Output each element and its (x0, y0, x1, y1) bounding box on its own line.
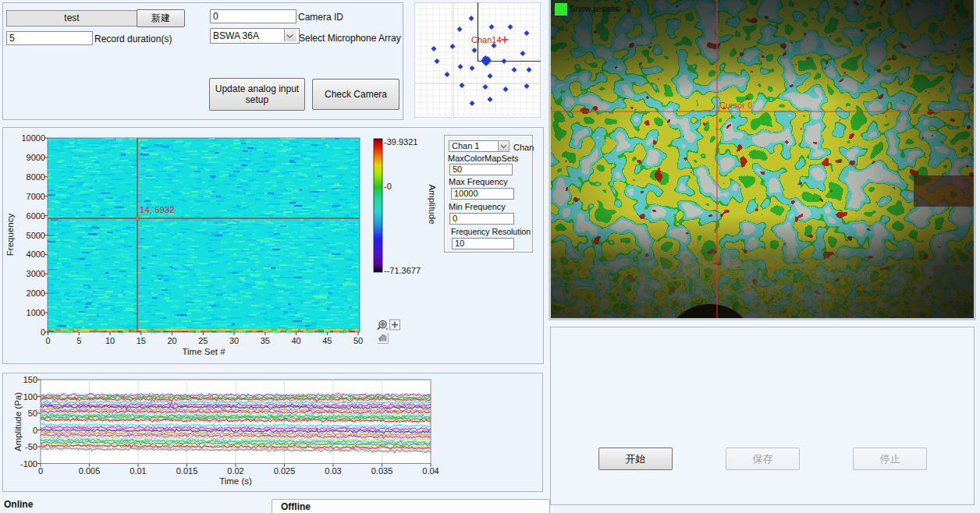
svg-text:Cursor 0: Cursor 0 (719, 101, 752, 110)
svg-text:10000: 10000 (21, 133, 45, 143)
svg-text:4000: 4000 (27, 249, 45, 259)
svg-text:20: 20 (167, 336, 176, 345)
svg-text:Time Set #: Time Set # (182, 347, 225, 356)
svg-text:0: 0 (33, 426, 37, 435)
svg-text:15: 15 (137, 336, 146, 345)
svg-text:14, 5932: 14, 5932 (140, 205, 175, 214)
svg-text:0: 0 (38, 466, 43, 476)
svg-text:-0: -0 (384, 182, 392, 191)
svg-text:3000: 3000 (27, 269, 45, 278)
svg-text:8000: 8000 (27, 172, 45, 182)
svg-text:100: 100 (23, 392, 37, 402)
svg-text:0.025: 0.025 (274, 466, 296, 476)
svg-text:0.04: 0.04 (422, 466, 439, 476)
svg-text:0.015: 0.015 (176, 466, 198, 476)
svg-text:1000: 1000 (27, 308, 45, 317)
svg-text:-39.9321: -39.9321 (384, 137, 417, 147)
svg-text:0.035: 0.035 (371, 466, 393, 476)
svg-text:-50: -50 (25, 442, 37, 451)
svg-text:0.01: 0.01 (130, 466, 146, 476)
svg-text:0.03: 0.03 (325, 466, 341, 476)
svg-text:Frequency: Frequency (5, 214, 15, 256)
svg-text:5000: 5000 (27, 231, 45, 240)
svg-text:150: 150 (23, 375, 37, 384)
svg-text:45: 45 (322, 336, 332, 345)
svg-text:0: 0 (45, 336, 50, 345)
svg-text:Time (s): Time (s) (219, 476, 252, 486)
svg-text:40: 40 (291, 336, 300, 345)
svg-text:Show results: Show results (570, 4, 619, 13)
svg-text:Amplitude: Amplitude (428, 184, 437, 224)
svg-text:--71.3677: --71.3677 (384, 266, 421, 275)
svg-text:Amplitude (Pa): Amplitude (Pa) (13, 392, 23, 451)
svg-text:2000: 2000 (27, 288, 45, 298)
svg-text:5: 5 (76, 336, 81, 345)
svg-text:25: 25 (198, 336, 208, 345)
svg-text:50: 50 (353, 336, 363, 345)
svg-text:-100: -100 (20, 459, 37, 469)
svg-text:Chan14: Chan14 (471, 35, 502, 44)
svg-text:30: 30 (229, 336, 239, 345)
svg-text:50: 50 (28, 409, 37, 418)
svg-text:0.02: 0.02 (227, 466, 243, 476)
svg-text:10: 10 (105, 336, 115, 345)
svg-text:9000: 9000 (27, 153, 45, 162)
svg-text:0.005: 0.005 (79, 466, 101, 476)
svg-text:6000: 6000 (27, 211, 45, 221)
svg-text:7000: 7000 (27, 192, 45, 201)
svg-text:35: 35 (261, 336, 270, 345)
